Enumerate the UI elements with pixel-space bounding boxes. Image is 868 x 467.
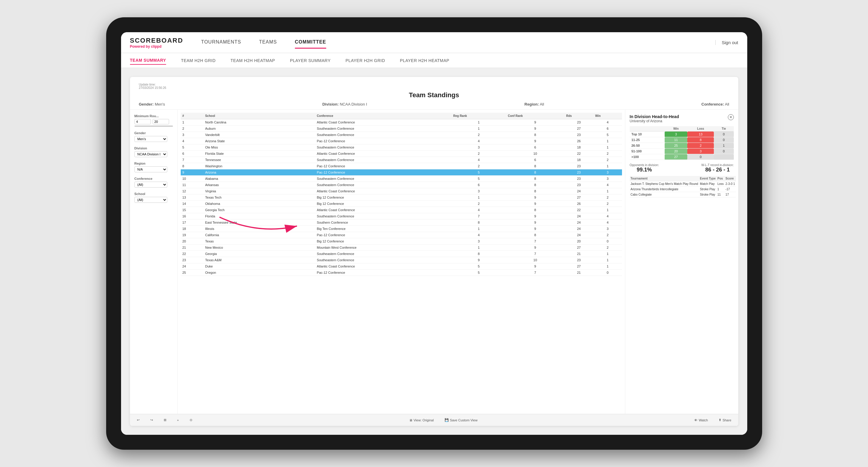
col-conference: Conference [315, 113, 452, 119]
sub-nav-player-h2h-heatmap[interactable]: PLAYER H2H HEATMAP [400, 57, 450, 64]
h2h-stats: Opponents in division: 99.1% W-L-T recor… [630, 163, 734, 173]
save-custom-button[interactable]: 💾 Save Custom View [442, 417, 480, 423]
tablet-screen: SCOREBOARD Powered by clippd TOURNAMENTS… [121, 32, 747, 435]
sub-nav-team-summary[interactable]: TEAM SUMMARY [130, 56, 166, 65]
table-row[interactable]: 10 Alabama Southeastern Conference 5 8 2… [181, 176, 622, 182]
panel-meta: Gender: Men's Division: NCAA Division I … [139, 102, 730, 106]
filter-region: Region N/A [134, 162, 173, 173]
toolbar-icon-2[interactable]: + [175, 417, 181, 423]
table-row[interactable]: 5 Ole Miss Southeastern Conference 3 6 1… [181, 144, 622, 151]
nav-items: TOURNAMENTS TEAMS COMMITTEE [201, 36, 715, 49]
share-button[interactable]: ⬆ Share [716, 417, 734, 423]
h2h-title: In Division Head-to-Head [630, 114, 679, 119]
table-row[interactable]: 17 East Tennessee State Southern Confere… [181, 219, 622, 226]
conference-select[interactable]: (All) [134, 182, 167, 188]
col-win: Win [593, 113, 622, 119]
h2h-row: 51-100 20 3 0 [630, 149, 734, 154]
h2h-close-button[interactable]: ✕ [728, 114, 734, 120]
division-meta: Division: NCAA Division I [322, 102, 367, 106]
h2h-row: 26-50 25 2 1 [630, 143, 734, 149]
h2h-panel: In Division Head-to-Head University of A… [625, 110, 738, 414]
gender-select[interactable]: Men's [134, 136, 167, 142]
h2h-row: 11-25 11 8 0 [630, 137, 734, 143]
top-nav: SCOREBOARD Powered by clippd TOURNAMENTS… [121, 32, 747, 53]
table-row[interactable]: 22 Georgia Southeastern Conference 8 7 2… [181, 251, 622, 257]
app-panel: Update time: 27/03/2024 15:56:26 Team St… [130, 77, 738, 426]
nav-item-tournaments[interactable]: TOURNAMENTS [201, 36, 241, 49]
table-row[interactable]: 18 Illinois Big Ten Conference 1 9 24 3 [181, 226, 622, 232]
table-row[interactable]: 11 Arkansas Southeastern Conference 6 8 … [181, 182, 622, 188]
filter-division: Division NCAA Division I [134, 147, 173, 157]
toolbar-icon-1[interactable]: ⊞ [161, 417, 169, 423]
region-select[interactable]: N/A [134, 166, 167, 173]
gender-meta: Gender: Men's [139, 102, 165, 106]
h2h-row: >100 27 0 [630, 154, 734, 160]
logo: SCOREBOARD Powered by clippd [130, 37, 183, 49]
table-row[interactable]: 21 New Mexico Mountain West Conference 1… [181, 245, 622, 251]
logo-sub: Powered by clippd [130, 44, 183, 49]
wlt-stat: W-L-T record in-division: 86 - 26 - 1 [701, 163, 734, 173]
watch-button[interactable]: 👁 Watch [692, 417, 710, 423]
main-content: 5. Click on a team's row to see their In… [121, 68, 747, 435]
toolbar-icon-3[interactable]: ⊙ [187, 417, 195, 423]
logo-title: SCOREBOARD [130, 37, 183, 44]
tournament-row: Arizona Thunderbirds IntercollegiateStro… [630, 187, 736, 192]
panel-body: Minimum Rou... Gender Men's [130, 110, 738, 414]
nav-item-teams[interactable]: TEAMS [259, 36, 277, 49]
h2h-team: University of Arizona [630, 119, 679, 123]
filter-conference: Conference (All) [134, 177, 173, 188]
sub-nav-player-h2h-grid[interactable]: PLAYER H2H GRID [346, 57, 385, 64]
min-rounds-min-input[interactable] [134, 119, 151, 124]
table-row[interactable]: 15 Georgia Tech Atlantic Coast Conferenc… [181, 207, 622, 213]
table-row[interactable]: 1 North Carolina Atlantic Coast Conferen… [181, 119, 622, 126]
sub-nav-team-h2h-grid[interactable]: TEAM H2H GRID [181, 57, 216, 64]
h2h-row: Top 10 3 13 0 [630, 131, 734, 137]
col-rds: Rds [564, 113, 593, 119]
sub-nav: TEAM SUMMARY TEAM H2H GRID TEAM H2H HEAT… [121, 53, 747, 68]
opponents-stat: Opponents in division: 99.1% [630, 163, 659, 173]
panel-title: Team Standings [139, 91, 730, 99]
table-row[interactable]: 12 Virginia Atlantic Coast Conference 3 … [181, 188, 622, 194]
division-select[interactable]: NCAA Division I [134, 151, 167, 157]
rounds-slider[interactable] [134, 126, 173, 127]
table-row[interactable]: 4 Arizona State Pac-12 Conference 4 9 26… [181, 138, 622, 144]
tournament-row: Cabo CollegiateStroke Play1117 [630, 192, 736, 197]
h2h-header: In Division Head-to-Head University of A… [630, 114, 734, 123]
table-row[interactable]: 2 Auburn Southeastern Conference 1 9 27 … [181, 126, 622, 132]
redo-button[interactable]: ↪ [148, 417, 155, 423]
table-row[interactable]: 6 Florida State Atlantic Coast Conferenc… [181, 151, 622, 157]
sign-out-button[interactable]: Sign out [715, 40, 738, 45]
table-row[interactable]: 14 Oklahoma Big 12 Conference 2 9 26 2 [181, 201, 622, 207]
col-reg-rank: Reg Rank [452, 113, 506, 119]
col-rank: # [181, 113, 204, 119]
col-school: School [204, 113, 315, 119]
standings-table: # School Conference Reg Rank Conf Rank R… [181, 113, 622, 276]
filter-gender: Gender Men's [134, 131, 173, 142]
table-row[interactable]: 3 Vanderbilt Southeastern Conference 2 8… [181, 132, 622, 138]
table-row[interactable]: 19 California Pac-12 Conference 4 8 24 2 [181, 232, 622, 238]
bottom-toolbar: ↩ ↪ ⊞ + ⊙ 🖥 View: Original 💾 Save Custom… [130, 414, 738, 426]
table-row[interactable]: 13 Texas Tech Big 12 Conference 1 9 27 2 [181, 194, 622, 201]
h2h-breakdown-table: Win Loss Tie Top 10 3 13 0 11-25 11 8 0 … [630, 126, 734, 160]
table-area: # School Conference Reg Rank Conf Rank R… [178, 110, 625, 414]
col-conf-rank: Conf Rank [506, 113, 564, 119]
nav-item-committee[interactable]: COMMITTEE [295, 36, 326, 49]
sub-nav-team-h2h-heatmap[interactable]: TEAM H2H HEATMAP [230, 57, 275, 64]
table-row[interactable]: 8 Washington Pac-12 Conference 2 8 23 1 [181, 163, 622, 169]
undo-button[interactable]: ↩ [134, 417, 142, 423]
table-row[interactable]: 16 Florida Southeastern Conference 7 9 2… [181, 213, 622, 219]
filters-panel: Minimum Rou... Gender Men's [130, 110, 178, 414]
table-row[interactable]: 20 Texas Big 12 Conference 3 7 20 0 [181, 238, 622, 245]
table-row[interactable]: 25 Oregon Pac-12 Conference 5 7 21 0 [181, 270, 622, 276]
table-row[interactable]: 9 Arizona Pac-12 Conference 5 8 23 3 [181, 169, 622, 176]
view-original-button[interactable]: 🖥 View: Original [407, 417, 436, 423]
table-row[interactable]: 7 Tennessee Southeastern Conference 4 6 … [181, 157, 622, 163]
panel-header: Update time: 27/03/2024 15:56:26 Team St… [130, 77, 738, 110]
sub-nav-player-summary[interactable]: PLAYER SUMMARY [290, 57, 330, 64]
school-select[interactable]: (All) [134, 197, 167, 203]
min-rounds-max-input[interactable] [153, 119, 169, 124]
table-row[interactable]: 23 Texas A&M Southeastern Conference 9 1… [181, 257, 622, 263]
filter-min-rounds: Minimum Rou... [134, 114, 173, 127]
table-row[interactable]: 24 Duke Atlantic Coast Conference 5 9 27… [181, 263, 622, 270]
tournament-table: Tournament Event Type Pos Score Jackson … [630, 176, 736, 197]
